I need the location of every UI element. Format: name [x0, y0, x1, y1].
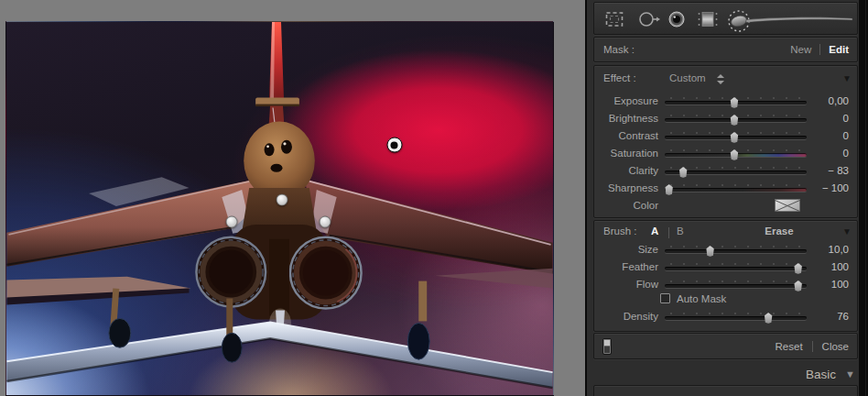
slider-row-brightness: Brightness 0: [594, 111, 849, 127]
aircraft-photo-illustration: [6, 22, 553, 395]
basic-panel-title: Basic: [806, 368, 836, 381]
auto-mask-checkbox[interactable]: [660, 293, 670, 303]
brush-collapse-triangle-icon[interactable]: [842, 227, 852, 236]
slider-label: Density: [594, 311, 658, 322]
divider: [668, 227, 669, 238]
photo-canvas[interactable]: [5, 21, 554, 396]
spot-removal-icon[interactable]: [637, 10, 661, 28]
slider-value: 100: [792, 261, 849, 272]
close-button[interactable]: Close: [822, 341, 849, 352]
slider-row-saturation: Saturation 0: [594, 146, 849, 162]
slider-label: Saturation: [594, 148, 658, 159]
brush-panel: Brush : A B Erase Size 10,0 Feather 100: [593, 220, 858, 332]
brush-a-button[interactable]: A: [651, 226, 658, 236]
color-swatch-none[interactable]: [775, 199, 800, 212]
lightroom-develop-screen: Mask : New Edit Effect : Custom Exposure: [0, 0, 868, 396]
adjustment-pin-active[interactable]: [386, 138, 402, 153]
develop-right-panel: Mask : New Edit Effect : Custom Exposure: [585, 0, 868, 396]
slider-row-sharpness: Sharpness − 100: [594, 181, 849, 197]
size-slider-track[interactable]: [665, 249, 807, 253]
slider-value: 0,00: [792, 95, 849, 106]
auto-mask-label: Auto Mask: [677, 293, 726, 304]
color-row: Color: [594, 198, 849, 214]
adjustment-pin[interactable]: [320, 215, 331, 227]
slider-value: − 83: [792, 165, 849, 176]
slider-label: Feather: [594, 261, 658, 272]
effect-label: Effect :: [603, 72, 636, 83]
slider-label: Size: [594, 244, 658, 255]
slider-label: Sharpness: [594, 182, 658, 193]
slider-label: Clarity: [594, 165, 658, 176]
slider-value: 0: [792, 113, 849, 124]
mask-label: Mask :: [603, 44, 635, 55]
brush-b-button[interactable]: B: [677, 226, 684, 236]
saturation-slider-track[interactable]: [665, 153, 807, 157]
divider: [819, 44, 820, 55]
slider-label: Exposure: [594, 95, 658, 106]
flow-slider-track[interactable]: [665, 284, 807, 288]
preset-popup-arrows-icon[interactable]: [717, 74, 724, 84]
tool-strip: [593, 2, 858, 35]
brush-erase-button[interactable]: Erase: [752, 226, 807, 236]
slider-row-exposure: Exposure 0,00: [594, 94, 849, 110]
sharpness-slider-track[interactable]: [665, 188, 807, 192]
slider-value: 76: [792, 311, 849, 322]
red-eye-correction-icon[interactable]: [667, 10, 687, 28]
mask-bar: Mask : New Edit: [593, 37, 858, 62]
divider: [812, 341, 813, 352]
density-slider-track[interactable]: [665, 316, 807, 320]
panel-scrollbar-track[interactable]: [859, 0, 868, 396]
slider-row-density: Density 76: [594, 309, 849, 325]
brightness-slider-track[interactable]: [665, 118, 807, 122]
slider-value: 0: [792, 148, 849, 159]
effect-collapse-triangle-icon[interactable]: [842, 74, 852, 83]
panel-footer: Reset Close: [593, 333, 858, 359]
effect-preset-dropdown[interactable]: Custom: [669, 72, 706, 83]
slider-label: Flow: [594, 279, 658, 290]
slider-label: Brightness: [594, 113, 658, 124]
panel-enable-toggle[interactable]: [602, 338, 612, 355]
adjustment-brush-icon[interactable]: [726, 10, 856, 32]
contrast-slider-track[interactable]: [665, 136, 807, 139]
auto-mask-row: Auto Mask: [594, 292, 849, 308]
slider-row-feather: Feather 100: [594, 259, 849, 276]
slider-row-clarity: Clarity − 83: [594, 163, 849, 180]
graduated-filter-icon[interactable]: [697, 10, 719, 28]
color-label: Color: [594, 200, 658, 211]
slider-value: 0: [792, 130, 849, 141]
feather-slider-track[interactable]: [665, 267, 807, 270]
effect-panel: Effect : Custom Exposure 0,00 Brightness…: [593, 65, 858, 218]
slider-row-size: Size 10,0: [594, 242, 849, 258]
slider-value: 100: [792, 279, 849, 290]
mask-new-button[interactable]: New: [790, 44, 811, 55]
basic-collapse-triangle-icon[interactable]: [845, 368, 855, 380]
mask-edit-button[interactable]: Edit: [829, 44, 849, 55]
adjustment-pin[interactable]: [225, 215, 237, 227]
clarity-slider-track[interactable]: [665, 170, 807, 174]
slider-value: − 100: [792, 182, 849, 193]
slider-value: 10,0: [792, 244, 849, 255]
basic-panel-header[interactable]: Basic: [593, 365, 858, 383]
reset-button[interactable]: Reset: [776, 341, 803, 352]
slider-row-contrast: Contrast 0: [594, 128, 849, 145]
slider-label: Contrast: [594, 130, 658, 141]
brush-label: Brush :: [603, 226, 636, 236]
crop-overlay-icon[interactable]: [603, 10, 625, 28]
exposure-slider-track[interactable]: [665, 101, 807, 104]
adjustment-pin[interactable]: [276, 194, 288, 206]
next-panel-top-edge: [593, 385, 858, 396]
